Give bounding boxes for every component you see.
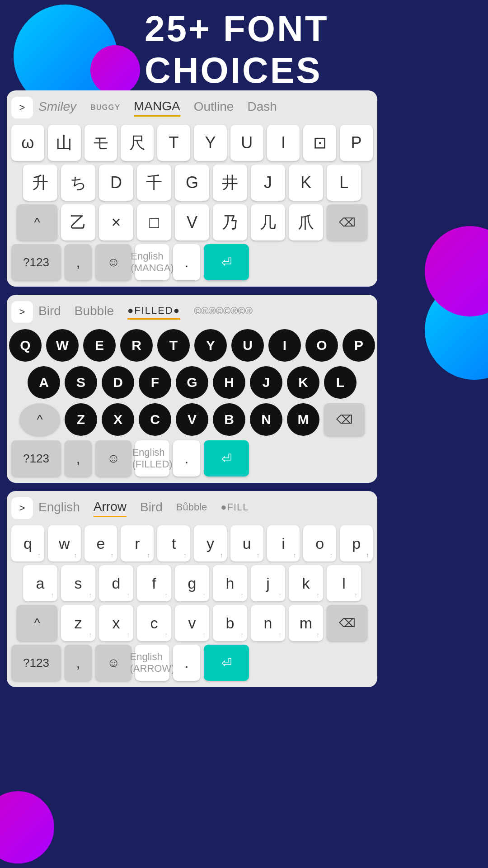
space-key[interactable]: English (MANGA) — [135, 244, 169, 280]
filled-p[interactable]: P — [343, 329, 375, 362]
filled-backspace[interactable]: ⌫ — [324, 403, 365, 436]
filled-w[interactable]: W — [46, 329, 79, 362]
key-k[interactable]: K — [289, 165, 323, 201]
arrow-a[interactable]: a — [23, 565, 57, 601]
arrow-l[interactable]: l — [327, 565, 361, 601]
arrow-f[interactable]: f — [137, 565, 171, 601]
arrow-e[interactable]: e — [84, 525, 117, 561]
arrow-z[interactable]: z — [61, 605, 95, 641]
filled-e[interactable]: E — [83, 329, 116, 362]
arrow-period-key[interactable]: . — [173, 645, 200, 681]
filled-q[interactable]: Q — [9, 329, 42, 362]
arrow-s[interactable]: s — [61, 565, 95, 601]
filled-g[interactable]: G — [176, 366, 208, 399]
key-p[interactable]: P — [340, 125, 373, 161]
key-n[interactable]: 几 — [251, 204, 285, 241]
arrow-r[interactable]: r — [121, 525, 154, 561]
key-v[interactable]: V — [175, 204, 209, 241]
tab-expand-btn-arrow[interactable]: > — [11, 497, 33, 519]
filled-x[interactable]: X — [102, 403, 134, 436]
arrow-d[interactable]: d — [99, 565, 133, 601]
filled-comma-key[interactable]: , — [65, 440, 92, 476]
filled-t[interactable]: T — [157, 329, 190, 362]
filled-l[interactable]: L — [324, 366, 357, 399]
filled-u[interactable]: U — [231, 329, 264, 362]
key-f[interactable]: 千 — [137, 165, 171, 201]
filled-k[interactable]: K — [287, 366, 319, 399]
tab-bubble2[interactable]: Bůbble — [176, 501, 207, 515]
filled-n[interactable]: N — [250, 403, 282, 436]
key-e[interactable]: モ — [84, 125, 117, 161]
filled-a[interactable]: A — [28, 366, 60, 399]
tab-arrow[interactable]: Arrow — [94, 500, 127, 517]
arrow-q[interactable]: q — [11, 525, 44, 561]
arrow-k[interactable]: k — [289, 565, 323, 601]
arrow-c[interactable]: c — [137, 605, 171, 641]
filled-space-key[interactable]: English (FILLED) — [135, 440, 169, 476]
key-u[interactable]: U — [230, 125, 263, 161]
key-g[interactable]: G — [175, 165, 209, 201]
period-key[interactable]: . — [173, 244, 200, 280]
arrow-b[interactable]: b — [213, 605, 247, 641]
key-d[interactable]: D — [99, 165, 133, 201]
key-a[interactable]: 升 — [23, 165, 57, 201]
arrow-num-key[interactable]: ?123 — [11, 645, 61, 681]
filled-h[interactable]: H — [213, 366, 245, 399]
tab-expand-btn-filled[interactable]: > — [11, 301, 33, 323]
arrow-u[interactable]: u — [230, 525, 263, 561]
arrow-n[interactable]: n — [251, 605, 285, 641]
filled-z[interactable]: Z — [65, 403, 97, 436]
tab-dash[interactable]: Dash — [247, 99, 277, 116]
filled-b[interactable]: B — [213, 403, 245, 436]
tab-bubble[interactable]: Bubble — [75, 304, 114, 320]
key-r[interactable]: 尺 — [121, 125, 154, 161]
arrow-y[interactable]: y — [194, 525, 227, 561]
emoji-key[interactable]: ☺ — [95, 244, 131, 280]
tab-fill2[interactable]: ●FILL — [221, 501, 249, 515]
enter-key[interactable]: ⏎ — [204, 244, 249, 280]
tab-bird2[interactable]: Bird — [140, 500, 163, 516]
key-z[interactable]: 乙 — [61, 204, 95, 241]
arrow-h[interactable]: h — [213, 565, 247, 601]
tab-circled[interactable]: ©®®©©®©® — [194, 305, 253, 319]
key-t[interactable]: T — [157, 125, 190, 161]
key-m[interactable]: 爪 — [289, 204, 323, 241]
filled-s[interactable]: S — [65, 366, 97, 399]
filled-m[interactable]: M — [287, 403, 319, 436]
key-b[interactable]: 乃 — [213, 204, 247, 241]
arrow-enter-key[interactable]: ⏎ — [204, 645, 249, 681]
num-key[interactable]: ?123 — [11, 244, 61, 280]
tab-smiley[interactable]: Smiley — [38, 99, 76, 116]
tab-filled[interactable]: ●FILLED● — [127, 305, 180, 320]
filled-enter-key[interactable]: ⏎ — [204, 440, 249, 476]
filled-r[interactable]: R — [120, 329, 153, 362]
filled-v[interactable]: V — [176, 403, 208, 436]
key-l[interactable]: L — [327, 165, 361, 201]
arrow-i[interactable]: i — [267, 525, 300, 561]
shift-key[interactable]: ^ — [17, 204, 57, 241]
tab-english[interactable]: English — [38, 500, 80, 516]
filled-f[interactable]: F — [139, 366, 171, 399]
filled-period-key[interactable]: . — [173, 440, 200, 476]
filled-o[interactable]: O — [305, 329, 338, 362]
filled-num-key[interactable]: ?123 — [11, 440, 61, 476]
key-q[interactable]: ω — [11, 125, 44, 161]
key-c[interactable]: □ — [137, 204, 171, 241]
arrow-p[interactable]: p — [340, 525, 373, 561]
arrow-x[interactable]: x — [99, 605, 133, 641]
arrow-o[interactable]: o — [303, 525, 336, 561]
tab-outline[interactable]: Outline — [194, 99, 234, 116]
arrow-backspace[interactable]: ⌫ — [327, 605, 367, 641]
tab-bird[interactable]: Bird — [38, 304, 61, 320]
arrow-j[interactable]: j — [251, 565, 285, 601]
arrow-v[interactable]: v — [175, 605, 209, 641]
filled-y[interactable]: Y — [194, 329, 227, 362]
tab-manga[interactable]: MANGA — [134, 99, 180, 117]
key-y[interactable]: Y — [194, 125, 227, 161]
arrow-w[interactable]: w — [48, 525, 81, 561]
filled-c[interactable]: C — [139, 403, 171, 436]
key-o[interactable]: ⊡ — [303, 125, 336, 161]
key-w[interactable]: 山 — [48, 125, 81, 161]
key-j[interactable]: J — [251, 165, 285, 201]
tab-bubbly[interactable]: ʙᴜɢɢʏ — [90, 101, 120, 114]
